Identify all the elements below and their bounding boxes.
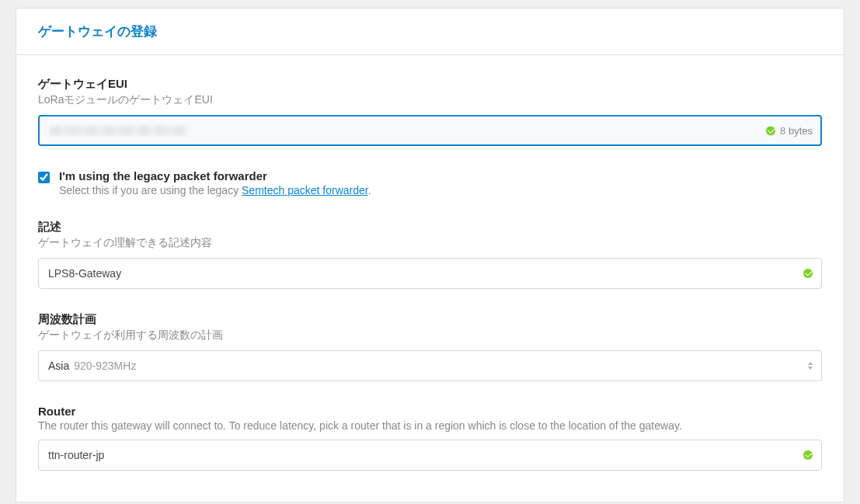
panel-body: ゲートウェイEUI LoRaモジュールのゲートウェイEUI 8 bytes I'… — [16, 55, 844, 502]
gateway-registration-panel: ゲートウェイの登録 ゲートウェイEUI LoRaモジュールのゲートウェイEUI … — [16, 8, 844, 502]
frequency-plan-select[interactable]: Asia 920-923MHz — [38, 350, 822, 381]
semtech-link[interactable]: Semtech packet forwarder — [242, 184, 368, 196]
gateway-eui-subtext: LoRaモジュールのゲートウェイEUI — [38, 93, 822, 107]
description-group: 記述 ゲートウェイの理解できる記述内容 — [38, 220, 822, 289]
panel-header: ゲートウェイの登録 — [16, 9, 844, 55]
frequency-plan-freq: 920-923MHz — [74, 360, 136, 372]
legacy-forwarder-row: I'm using the legacy packet forwarder Se… — [38, 169, 822, 196]
router-group: Router The router this gateway will conn… — [38, 405, 822, 471]
legacy-forwarder-text: I'm using the legacy packet forwarder Se… — [59, 169, 371, 196]
router-label: Router — [38, 405, 822, 418]
legacy-forwarder-subtext: Select this if you are using the legacy … — [59, 184, 371, 196]
router-input[interactable] — [38, 440, 822, 471]
frequency-plan-group: 周波数計画 ゲートウェイが利用する周波数の計画 Asia 920-923MHz — [38, 312, 822, 381]
router-input-wrap — [38, 440, 822, 471]
description-input[interactable] — [38, 258, 822, 289]
panel-title: ゲートウェイの登録 — [38, 23, 822, 40]
select-sort-icon — [808, 362, 813, 370]
description-input-wrap — [38, 258, 822, 289]
description-label: 記述 — [38, 220, 822, 235]
router-subtext: The router this gateway will connect to.… — [38, 419, 822, 432]
gateway-eui-input[interactable] — [38, 115, 822, 146]
frequency-plan-label: 周波数計画 — [38, 312, 822, 327]
legacy-forwarder-label: I'm using the legacy packet forwarder — [59, 169, 371, 182]
gateway-eui-group: ゲートウェイEUI LoRaモジュールのゲートウェイEUI 8 bytes — [38, 77, 822, 146]
gateway-eui-label: ゲートウェイEUI — [38, 77, 822, 92]
frequency-plan-region: Asia — [48, 360, 69, 372]
legacy-subtext-suffix: . — [368, 184, 371, 196]
description-subtext: ゲートウェイの理解できる記述内容 — [38, 236, 822, 250]
gateway-eui-input-wrap: 8 bytes — [38, 115, 822, 146]
legacy-subtext-prefix: Select this if you are using the legacy — [59, 184, 242, 196]
legacy-forwarder-checkbox[interactable] — [38, 172, 50, 183]
frequency-plan-subtext: ゲートウェイが利用する周波数の計画 — [38, 328, 822, 342]
frequency-plan-select-wrap: Asia 920-923MHz — [38, 350, 822, 381]
